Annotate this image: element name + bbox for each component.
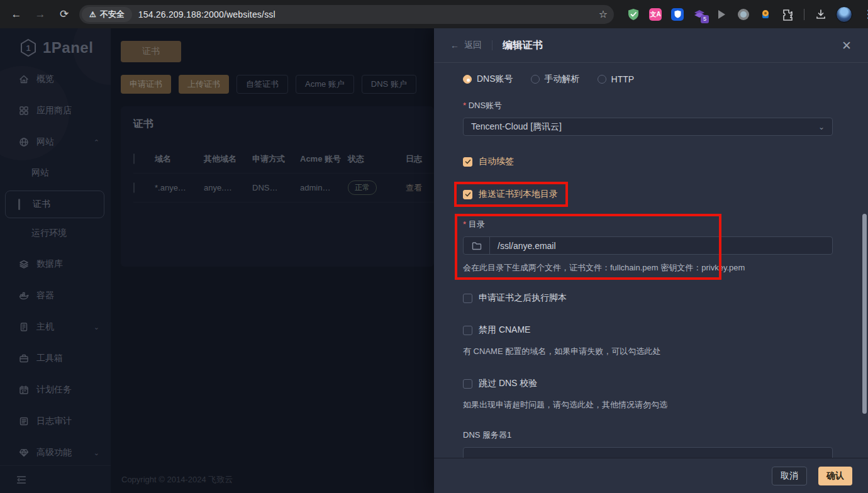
radio-http[interactable]: HTTP <box>598 74 635 84</box>
directory-help-text: 会在此目录下生成两个文件，证书文件：fullchain.pem 密钥文件：pri… <box>463 262 833 274</box>
drawer-title: 编辑证书 <box>503 39 543 52</box>
refresh-icon[interactable]: ⟳ <box>57 7 72 22</box>
checkbox-icon[interactable] <box>463 326 472 335</box>
forward-icon[interactable]: → <box>33 7 48 22</box>
checkbox-icon[interactable] <box>463 294 472 303</box>
url-bar[interactable]: ⚠ 不安全 154.26.209.188:2000/websites/ssl ☆ <box>79 5 614 24</box>
dns-account-select[interactable]: Tencent-Cloud [腾讯云] ⌄ <box>463 118 833 136</box>
lock-dot-icon[interactable] <box>759 8 772 21</box>
back-button[interactable]: ← 返回 <box>450 40 482 51</box>
disable-cname-help-text: 有 CNAME 配置的域名，如果申请失败，可以勾选此处 <box>463 346 833 357</box>
back-arrow-icon: ← <box>450 40 459 50</box>
auto-renew-checkbox-row[interactable]: 自动续签 <box>463 156 514 167</box>
checkbox-checked-icon[interactable] <box>463 157 472 167</box>
bookmark-star-icon[interactable]: ☆ <box>599 8 608 20</box>
checkbox-icon[interactable] <box>463 379 472 389</box>
directory-input[interactable] <box>490 237 832 254</box>
radio-icon <box>531 75 540 84</box>
directory-input-group <box>463 236 833 255</box>
toolbar-divider <box>804 9 804 20</box>
cancel-button[interactable]: 取消 <box>772 467 807 485</box>
warning-icon: ⚠ <box>89 10 96 19</box>
disable-cname-checkbox-row[interactable]: 禁用 CNAME <box>463 324 530 336</box>
proxy-stack-icon[interactable]: 5 <box>693 8 706 21</box>
puzzle-extensions-icon[interactable] <box>781 8 794 21</box>
url-text[interactable]: 154.26.209.188:2000/websites/ssl <box>138 9 599 19</box>
confirm-button[interactable]: 确认 <box>818 467 852 485</box>
profile-avatar[interactable] <box>836 6 852 23</box>
close-icon[interactable]: ✕ <box>842 38 852 53</box>
dns-server-input[interactable] <box>464 451 832 458</box>
download-icon[interactable] <box>814 8 828 21</box>
security-label: 不安全 <box>100 9 125 20</box>
dns-server-input-box <box>463 447 833 458</box>
proxy-count-badge: 5 <box>701 15 709 23</box>
security-chip[interactable]: ⚠ 不安全 <box>82 7 132 22</box>
dns-server-label: DNS 服务器1 <box>463 429 833 441</box>
folder-icon[interactable] <box>464 237 490 254</box>
radio-selected-icon <box>463 75 472 84</box>
drawer-scrollbar-thumb[interactable] <box>862 214 867 414</box>
edit-certificate-drawer: ← 返回 编辑证书 ✕ DNS账号 手动解析 HTTP <box>434 28 868 493</box>
skip-dns-help-text: 如果出现申请超时问题，请勾选此处，其他情况请勿勾选 <box>463 399 833 411</box>
back-icon[interactable]: ← <box>9 7 24 22</box>
header-divider <box>492 40 492 50</box>
radio-icon <box>598 75 606 84</box>
chevron-down-icon: ⌄ <box>818 123 825 131</box>
browser-toolbar: ← → ⟳ ⚠ 不安全 154.26.209.188:2000/websites… <box>0 0 868 28</box>
recorder-circle-icon[interactable] <box>737 8 750 21</box>
play-icon[interactable] <box>715 8 728 21</box>
directory-label: 目录 <box>463 219 833 230</box>
skip-dns-checkbox-row[interactable]: 跳过 DNS 校验 <box>463 378 537 389</box>
translate-icon[interactable]: 文A <box>648 8 662 21</box>
checkbox-checked-icon[interactable] <box>463 190 472 199</box>
verify-mode-radio-group: DNS账号 手动解析 HTTP <box>463 74 833 85</box>
drawer-footer: 取消 确认 <box>434 458 868 493</box>
modal-overlay[interactable] <box>0 28 434 493</box>
push-dir-checkbox-row[interactable]: 推送证书到本地目录 <box>463 189 558 200</box>
adguard-shield-icon[interactable] <box>626 8 640 21</box>
bitwarden-shield-icon[interactable] <box>670 8 684 21</box>
exec-script-checkbox-row[interactable]: 申请证书之后执行脚本 <box>463 292 567 304</box>
radio-manual-resolve[interactable]: 手动解析 <box>531 74 580 85</box>
radio-dns-account[interactable]: DNS账号 <box>463 74 513 85</box>
kebab-menu-icon[interactable]: ⋮ <box>860 7 868 22</box>
dns-account-label: DNS账号 <box>463 100 833 111</box>
